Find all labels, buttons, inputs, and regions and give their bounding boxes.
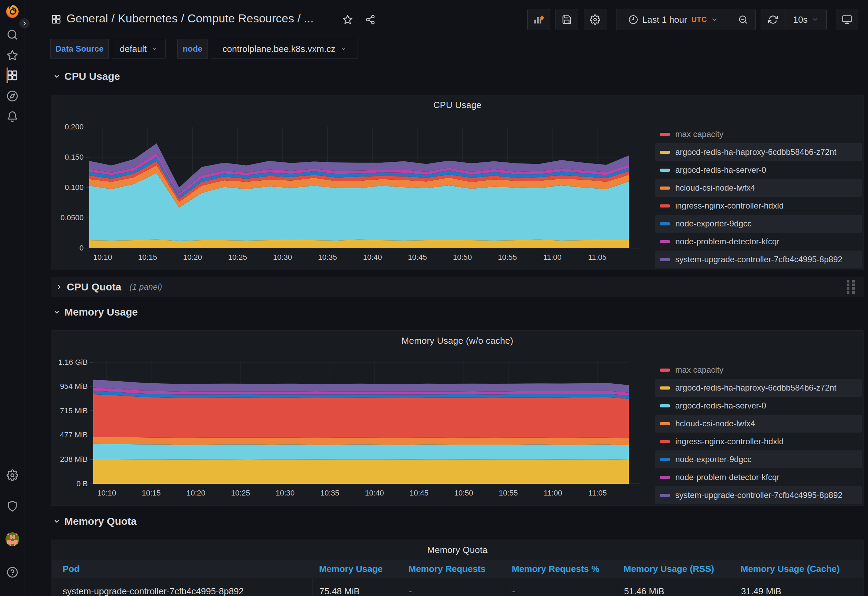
legend-item[interactable]: argocd-redis-ha-haproxy-6cdbb584b6-z72nt xyxy=(655,379,862,397)
legend-swatch xyxy=(660,369,670,372)
x-axis-tick-label: 10:10 xyxy=(87,253,118,262)
favorite-star-icon[interactable] xyxy=(342,15,353,25)
sidebar-expand-button[interactable] xyxy=(19,18,30,29)
chart-plot-area[interactable] xyxy=(89,127,642,250)
legend-label: max capacity xyxy=(675,129,723,139)
section-header-memory-quota[interactable]: Memory Quota xyxy=(53,515,137,527)
y-axis-tick-label: 477 MiB xyxy=(51,431,88,440)
legend-item[interactable]: node-problem-detector-kfcqr xyxy=(655,468,862,486)
table-column-header[interactable]: Memory Usage (Cache) xyxy=(734,564,864,574)
table-column-header[interactable]: Memory Requests xyxy=(402,564,505,574)
legend-item[interactable]: node-exporter-9dgcc xyxy=(655,450,862,468)
add-panel-button[interactable] xyxy=(527,9,550,30)
x-axis-tick-label: 10:15 xyxy=(136,488,167,497)
x-axis-tick-label: 10:40 xyxy=(357,253,388,262)
section-title: Memory Usage xyxy=(64,306,138,318)
section-header-cpu-usage[interactable]: CPU Usage xyxy=(53,71,120,82)
y-axis-tick-label: 0 xyxy=(51,243,84,252)
sidebar-item-dashboards[interactable] xyxy=(4,68,20,83)
legend-item[interactable]: node-problem-detector-kfcqr xyxy=(655,233,862,251)
save-icon xyxy=(562,15,572,25)
x-axis-tick-label: 10:25 xyxy=(222,253,253,262)
panel-title[interactable]: Memory Usage (w/o cache) xyxy=(51,335,864,346)
series-area xyxy=(93,379,629,392)
grafana-logo[interactable] xyxy=(4,3,20,19)
cpu-usage-panel[interactable]: CPU Usage 00.05000.1000.1500.20010:1010:… xyxy=(51,94,864,270)
datasource-label-text: Data Source xyxy=(55,44,103,54)
node-variable-dropdown[interactable]: controlplane.bee.k8s.vxm.cz xyxy=(211,39,358,59)
active-indicator xyxy=(7,68,8,83)
section-header-memory-usage[interactable]: Memory Usage xyxy=(53,306,138,318)
save-dashboard-button[interactable] xyxy=(555,9,578,30)
legend-label: node-exporter-9dgcc xyxy=(675,454,751,464)
chevron-down-icon xyxy=(711,16,718,23)
y-axis-tick-label: 1.16 GiB xyxy=(51,358,88,367)
sidebar-item-starred[interactable] xyxy=(4,47,20,63)
refresh-interval-label: 10s xyxy=(793,15,808,25)
y-axis-tick-label: 0.100 xyxy=(51,183,84,192)
cycle-view-mode-button[interactable] xyxy=(836,9,858,30)
legend-item[interactable]: argocd-redis-ha-server-0 xyxy=(655,161,862,179)
legend-swatch xyxy=(660,458,670,461)
section-header-cpu-quota[interactable]: CPU Quota (1 panel) xyxy=(51,277,864,297)
legend-label: system-upgrade-controller-7cfb4c4995-8p8… xyxy=(675,490,843,500)
legend-item[interactable]: argocd-redis-ha-server-0 xyxy=(655,397,862,415)
x-axis-tick-label: 10:10 xyxy=(91,488,122,497)
legend-item[interactable]: argocd-redis-ha-haproxy-6cdbb584b6-z72nt xyxy=(655,143,862,161)
legend-item[interactable]: hcloud-csi-node-lwfx4 xyxy=(655,415,862,432)
x-axis-tick-label: 10:25 xyxy=(225,488,256,497)
refresh-interval-dropdown[interactable]: 10s xyxy=(785,9,826,30)
gear-icon xyxy=(7,469,18,481)
table-column-header[interactable]: Memory Usage (RSS) xyxy=(617,564,734,574)
panel-title[interactable]: Memory Quota xyxy=(51,545,864,555)
time-range-button[interactable]: Last 1 hour UTC xyxy=(616,9,730,30)
y-axis-tick-label: 238 MiB xyxy=(51,455,88,464)
legend-item[interactable]: node-exporter-9dgcc xyxy=(655,215,862,233)
legend-item[interactable]: ingress-nginx-controller-hdxld xyxy=(655,197,862,215)
zoom-out-time-button[interactable] xyxy=(730,9,756,30)
share-icon[interactable] xyxy=(365,15,375,25)
breadcrumb[interactable]: General / Kubernetes / Compute Resources… xyxy=(66,12,313,25)
chart-legend: max capacityargocd-redis-ha-haproxy-6cdb… xyxy=(655,361,862,504)
legend-item[interactable]: system-upgrade-controller-7cfb4c4995-8p8… xyxy=(655,251,862,268)
legend-label: argocd-redis-ha-server-0 xyxy=(675,165,766,175)
legend-item[interactable]: ingress-nginx-controller-hdxld xyxy=(655,432,862,450)
sidebar-item-server-admin[interactable] xyxy=(4,498,20,514)
memory-usage-panel[interactable]: Memory Usage (w/o cache) 0 B238 MiB477 M… xyxy=(51,330,864,506)
chevron-down-icon xyxy=(53,309,60,316)
chevron-down-icon xyxy=(340,46,347,52)
panel-title[interactable]: CPU Usage xyxy=(51,100,864,111)
sidebar-item-configuration[interactable] xyxy=(4,467,20,483)
series-area xyxy=(93,459,629,484)
table-row[interactable]: system-upgrade-controller-7cfb4c4995-8p8… xyxy=(52,578,864,596)
dashboard-settings-button[interactable] xyxy=(584,9,607,30)
sidebar-item-alerting[interactable] xyxy=(4,109,20,125)
legend-item[interactable]: max capacity xyxy=(655,361,862,379)
y-axis-tick-label: 0.150 xyxy=(51,153,84,162)
x-axis-tick-label: 11:05 xyxy=(582,253,613,262)
row-drag-handle[interactable] xyxy=(844,280,858,294)
sidebar-item-explore[interactable] xyxy=(4,88,20,104)
legend-item[interactable]: system-upgrade-controller-7cfb4c4995-8p8… xyxy=(655,486,862,504)
table-column-header[interactable]: Memory Usage xyxy=(312,564,402,574)
legend-item[interactable]: max capacity xyxy=(655,125,862,143)
legend-swatch xyxy=(660,204,670,208)
legend-swatch xyxy=(660,240,670,243)
refresh-button[interactable] xyxy=(761,9,785,30)
series-area xyxy=(93,394,629,438)
dashboard-icon xyxy=(51,14,61,24)
memory-quota-panel[interactable]: Memory Quota PodMemory UsageMemory Reque… xyxy=(51,540,864,596)
x-axis-tick-label: 10:50 xyxy=(447,253,478,262)
sidebar-item-search[interactable] xyxy=(4,27,20,43)
chart-plot-area[interactable] xyxy=(93,362,642,486)
sidebar-item-profile[interactable] xyxy=(4,531,20,547)
x-axis-tick-label: 11:00 xyxy=(537,253,568,262)
table-column-header[interactable]: Memory Requests % xyxy=(505,564,617,574)
chevron-right-icon xyxy=(22,21,27,26)
legend-item[interactable]: hcloud-csi-node-lwfx4 xyxy=(655,179,862,197)
sidebar-item-help[interactable] xyxy=(4,564,20,580)
table-column-header[interactable]: Pod xyxy=(52,564,312,574)
datasource-variable-dropdown[interactable]: default xyxy=(112,39,165,59)
node-label-text: node xyxy=(183,44,202,54)
x-axis-tick-label: 10:20 xyxy=(180,488,211,497)
